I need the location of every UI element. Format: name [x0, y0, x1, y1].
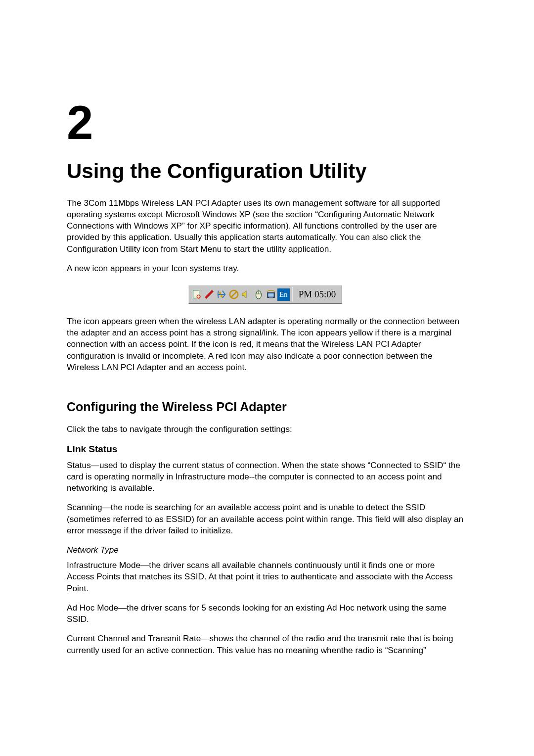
chapter-number: 2 [67, 99, 464, 146]
systray-bar: En PM 05:00 [188, 285, 343, 304]
systray-icons: En [190, 287, 291, 302]
infrastructure-mode-p: Infrastructure Mode—the driver scans all… [67, 560, 464, 594]
doc-icon [191, 288, 203, 301]
network-type-heading: Network Type [67, 544, 464, 556]
icon-color-paragraph: The icon appears green when the wireless… [67, 316, 464, 373]
systray-illustration: En PM 05:00 [67, 285, 464, 304]
adhoc-mode-p: Ad Hoc Mode—the driver scans for 5 secon… [67, 602, 464, 625]
configuring-heading: Configuring the Wireless PCI Adapter [67, 399, 464, 416]
sound-icon [240, 288, 253, 301]
systray-clock: PM 05:00 [294, 288, 341, 301]
link-status-heading: Link Status [67, 443, 464, 456]
svg-rect-8 [269, 297, 273, 299]
svg-point-2 [219, 292, 222, 294]
mouse-icon [253, 288, 265, 301]
intro-paragraph-1: The 3Com 11Mbps Wireless LAN PCI Adapter… [67, 197, 464, 255]
systray-separator [292, 287, 293, 302]
intro-paragraph-2: A new icon appears in your Icon systems … [67, 263, 464, 274]
link-status-status: Status—used to display the current statu… [67, 460, 464, 494]
configuring-lead: Click the tabs to navigate through the c… [67, 424, 464, 435]
channel-rate-p: Current Channel and Transmit Rate—shows … [67, 633, 464, 656]
display-icon [265, 288, 277, 301]
svg-rect-7 [268, 293, 274, 296]
svg-point-3 [221, 295, 223, 297]
lang-indicator-icon: En [277, 288, 290, 301]
cancel-icon [228, 288, 240, 301]
link-status-scanning: Scanning—the node is searching for an av… [67, 502, 464, 536]
slash-icon [203, 288, 216, 301]
chapter-title: Using the Configuration Utility [67, 157, 464, 186]
transfer-icon [216, 288, 228, 301]
